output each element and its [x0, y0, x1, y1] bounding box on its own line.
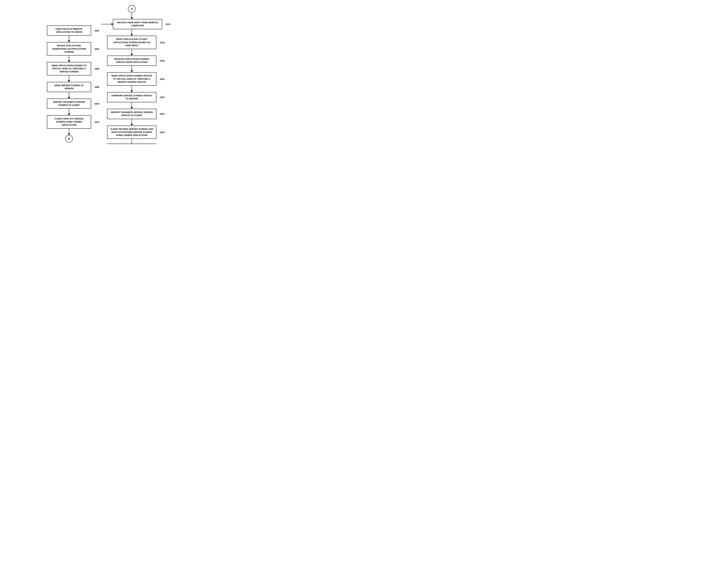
circle-A-label: A — [68, 137, 70, 140]
step-1010-id: 1010 — [94, 103, 99, 105]
step-1008-label: SEND SERVED SCREEN TO SERVER — [55, 84, 84, 90]
horiz-line-in — [101, 24, 111, 24]
arrow-1004-1006 — [68, 56, 70, 62]
arrow-1020-1022 — [130, 86, 133, 92]
arrow-1022-1024 — [130, 102, 133, 109]
arrow-1014-1016 — [130, 29, 133, 36]
step-1006-row: SEND APPLICATION SCREEN TO VIRTUAL DISPL… — [47, 62, 91, 76]
diagram-container: USER SELECTS REMOTE APPLICATION TO SERVE… — [3, 5, 206, 144]
step-1020-box: SEND APPLICATION SCREEN UPDATE TO VIRTUA… — [107, 72, 157, 86]
step-1016-box: DRIVE APPLICATION TO EDIT APPLICATION SC… — [107, 36, 157, 49]
step-1002-id: 1002 — [94, 29, 99, 32]
step-1008-box: SEND SERVED SCREEN TO SERVER — [47, 82, 91, 92]
step-1016-label: DRIVE APPLICATION TO EDIT APPLICATION SC… — [113, 38, 150, 46]
step-1010-box: SERVER TRANSMITS SERVED SCREEN TO CLIENT — [47, 99, 91, 109]
circle-connector-bottom-A: A — [65, 135, 73, 143]
step-1002-box: USER SELECTS REMOTE APPLICATION TO SERVE — [47, 25, 91, 36]
step-1026-label: CLIENT REVISES SERVED SCREEN AND DISPLAY… — [110, 128, 153, 136]
step-1024-row: SERVER TRANSMITS SERVED SCREEN UPDATE TO… — [107, 109, 157, 119]
step-1022-id: 1022 — [160, 96, 165, 99]
step-1012-label: CLIENT DISPLAYS SERVED SCREEN USING VIEW… — [55, 118, 83, 126]
arrow-1018-1020 — [130, 66, 133, 72]
step-1016-row: DRIVE APPLICATION TO EDIT APPLICATION SC… — [107, 36, 157, 49]
step-1010-label: SERVER TRANSMITS SERVED SCREEN TO CLIENT — [53, 101, 85, 106]
step-1018-id: 1018 — [160, 60, 165, 62]
arrow-1024-1026 — [130, 119, 133, 126]
arrow-1006-1008 — [68, 76, 70, 82]
step-1014-container: RECEIVE USER INPUT FROM REMOTE COMPUTER … — [101, 19, 162, 29]
arrow-1016-1018 — [130, 49, 133, 56]
step-1020-label: SEND APPLICATION SCREEN UPDATE TO VIRTUA… — [111, 75, 152, 83]
step-1026-row: CLIENT REVISES SERVED SCREEN AND DISPLAY… — [107, 126, 157, 139]
arrow-1010-1012 — [68, 109, 70, 115]
bottom-line — [131, 139, 132, 144]
step-1006-id: 1006 — [94, 67, 99, 70]
step-1024-box: SERVER TRANSMITS SERVED SCREEN UPDATE TO… — [107, 109, 157, 119]
step-1016-id: 1016 — [160, 41, 165, 44]
incoming-arrow — [101, 23, 113, 25]
step-1002-row: USER SELECTS REMOTE APPLICATION TO SERVE… — [47, 25, 91, 36]
step-1012-id: 1012 — [94, 121, 99, 123]
step-1026-box: CLIENT REVISES SERVED SCREEN AND DISPLAY… — [107, 126, 157, 139]
step-1004-box: INVOKE APPLICATION, GENERATING AN APPLIC… — [47, 42, 91, 56]
step-1012-row: CLIENT DISPLAYS SERVED SCREEN USING VIEW… — [47, 115, 91, 129]
step-1006-label: SEND APPLICATION SCREEN TO VIRTUAL DISPL… — [51, 64, 86, 73]
left-flow-column: USER SELECTS REMOTE APPLICATION TO SERVE… — [47, 25, 91, 143]
step-1022-box: FORWARD SERVED SCREEN UPDATE TO SERVER — [107, 92, 157, 102]
step-1018-row: RECEIVE APPLICATION SCREEN UPDATE FROM A… — [107, 56, 157, 66]
step-1014-box: RECEIVE USER INPUT FROM REMOTE COMPUTER — [113, 19, 162, 29]
step-1020-row: SEND APPLICATION SCREEN UPDATE TO VIRTUA… — [107, 72, 157, 86]
step-1004-id: 1004 — [94, 47, 99, 50]
arrow-1002-1004 — [68, 36, 70, 42]
step-1008-id: 1008 — [94, 86, 99, 88]
step-1010-row: SERVER TRANSMITS SERVED SCREEN TO CLIENT… — [47, 99, 91, 109]
arrow-1012-circle — [68, 129, 70, 135]
step-1024-label: SERVER TRANSMITS SERVED SCREEN UPDATE TO… — [111, 111, 153, 117]
step-1018-label: RECEIVE APPLICATION SCREEN UPDATE FROM A… — [114, 58, 149, 63]
step-1024-id: 1024 — [160, 113, 165, 115]
circle-connector-top-A: A — [128, 5, 136, 13]
step-1014-label: RECEIVE USER INPUT FROM REMOTE COMPUTER — [117, 21, 158, 27]
step-1004-row: INVOKE APPLICATION, GENERATING AN APPLIC… — [47, 42, 91, 56]
right-flow-column: A RECEIVE USER INPUT FROM REMOTE COMPUTE… — [101, 5, 162, 144]
step-1004-label: INVOKE APPLICATION, GENERATING AN APPLIC… — [52, 44, 86, 53]
step-1020-id: 1020 — [160, 78, 165, 80]
step-1022-row: FORWARD SERVED SCREEN UPDATE TO SERVER 1… — [107, 92, 157, 102]
step-1022-label: FORWARD SERVED SCREEN UPDATE TO SERVER — [111, 94, 152, 100]
step-1012-box: CLIENT DISPLAYS SERVED SCREEN USING VIEW… — [47, 115, 91, 129]
circle-top-A-label: A — [131, 7, 133, 10]
step-1002-label: USER SELECTS REMOTE APPLICATION TO SERVE — [56, 28, 83, 33]
arrow-1008-1010 — [68, 92, 70, 99]
bottom-horiz-line — [107, 144, 157, 144]
arrow-circle-1014 — [130, 13, 133, 19]
step-1018-box: RECEIVE APPLICATION SCREEN UPDATE FROM A… — [107, 56, 157, 66]
step-1008-row: SEND SERVED SCREEN TO SERVER 1008 — [47, 82, 91, 92]
step-1014-id: 1014 — [165, 23, 170, 25]
step-1014-row: RECEIVE USER INPUT FROM REMOTE COMPUTER … — [113, 19, 162, 29]
step-1006-box: SEND APPLICATION SCREEN TO VIRTUAL DISPL… — [47, 62, 91, 76]
step-1026-id: 1026 — [160, 131, 165, 133]
bottom-connector — [101, 144, 162, 144]
